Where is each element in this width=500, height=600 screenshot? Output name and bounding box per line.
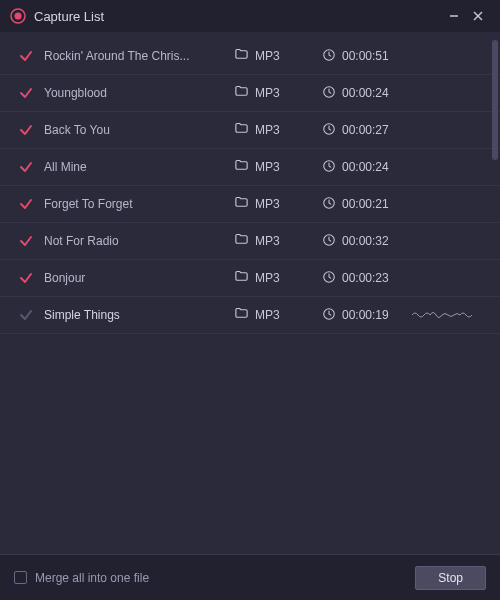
folder-icon — [234, 47, 249, 65]
folder-icon — [234, 84, 249, 102]
track-name: Not For Radio — [44, 234, 234, 248]
track-duration: 00:00:24 — [322, 159, 412, 176]
minimize-button[interactable] — [442, 4, 466, 28]
duration-label: 00:00:23 — [342, 271, 389, 285]
track-duration: 00:00:21 — [322, 196, 412, 213]
clock-icon — [322, 196, 336, 213]
folder-icon — [234, 269, 249, 287]
duration-label: 00:00:27 — [342, 123, 389, 137]
format-label: MP3 — [255, 197, 280, 211]
track-duration: 00:00:51 — [322, 48, 412, 65]
clock-icon — [322, 307, 336, 324]
app-record-icon — [10, 8, 26, 24]
track-row[interactable]: Back To You MP3 00:00:27 — [0, 112, 500, 149]
track-duration: 00:00:24 — [322, 85, 412, 102]
window-title: Capture List — [34, 9, 104, 24]
track-row[interactable]: Simple Things MP3 00:00:19 — [0, 297, 500, 334]
check-icon — [18, 159, 34, 175]
folder-icon — [234, 195, 249, 213]
track-duration: 00:00:32 — [322, 233, 412, 250]
duration-label: 00:00:51 — [342, 49, 389, 63]
check-icon — [18, 85, 34, 101]
track-name: Simple Things — [44, 308, 234, 322]
format-label: MP3 — [255, 271, 280, 285]
duration-label: 00:00:19 — [342, 308, 389, 322]
folder-icon — [234, 158, 249, 176]
clock-icon — [322, 122, 336, 139]
track-row[interactable]: Youngblood MP3 00:00:24 — [0, 75, 500, 112]
track-format: MP3 — [234, 232, 322, 250]
merge-checkbox[interactable]: Merge all into one file — [14, 571, 149, 585]
format-label: MP3 — [255, 160, 280, 174]
check-icon — [18, 270, 34, 286]
track-format: MP3 — [234, 47, 322, 65]
format-label: MP3 — [255, 123, 280, 137]
capture-list: Rockin' Around The Chris... MP3 00:00:51… — [0, 32, 500, 334]
stop-button[interactable]: Stop — [415, 566, 486, 590]
track-row[interactable]: Not For Radio MP3 00:00:32 — [0, 223, 500, 260]
format-label: MP3 — [255, 234, 280, 248]
waveform — [412, 308, 486, 322]
track-row[interactable]: Bonjour MP3 00:00:23 — [0, 260, 500, 297]
track-format: MP3 — [234, 158, 322, 176]
scrollbar-thumb[interactable] — [492, 40, 498, 160]
folder-icon — [234, 121, 249, 139]
track-format: MP3 — [234, 306, 322, 324]
track-format: MP3 — [234, 195, 322, 213]
titlebar: Capture List — [0, 0, 500, 32]
check-icon — [18, 196, 34, 212]
track-duration: 00:00:23 — [322, 270, 412, 287]
track-row[interactable]: All Mine MP3 00:00:24 — [0, 149, 500, 186]
format-label: MP3 — [255, 86, 280, 100]
close-button[interactable] — [466, 4, 490, 28]
check-icon — [18, 48, 34, 64]
track-duration: 00:00:27 — [322, 122, 412, 139]
track-duration: 00:00:19 — [322, 307, 412, 324]
track-name: Bonjour — [44, 271, 234, 285]
track-row[interactable]: Rockin' Around The Chris... MP3 00:00:51 — [0, 38, 500, 75]
track-format: MP3 — [234, 121, 322, 139]
svg-point-1 — [15, 13, 22, 20]
format-label: MP3 — [255, 308, 280, 322]
duration-label: 00:00:24 — [342, 160, 389, 174]
check-icon — [18, 233, 34, 249]
duration-label: 00:00:32 — [342, 234, 389, 248]
duration-label: 00:00:21 — [342, 197, 389, 211]
track-name: Youngblood — [44, 86, 234, 100]
check-icon — [18, 307, 34, 323]
clock-icon — [322, 233, 336, 250]
track-row[interactable]: Forget To Forget MP3 00:00:21 — [0, 186, 500, 223]
merge-label: Merge all into one file — [35, 571, 149, 585]
track-name: Rockin' Around The Chris... — [44, 49, 234, 63]
track-name: Back To You — [44, 123, 234, 137]
check-icon — [18, 122, 34, 138]
track-format: MP3 — [234, 269, 322, 287]
footer: Merge all into one file Stop — [0, 554, 500, 600]
clock-icon — [322, 159, 336, 176]
folder-icon — [234, 306, 249, 324]
clock-icon — [322, 270, 336, 287]
folder-icon — [234, 232, 249, 250]
track-format: MP3 — [234, 84, 322, 102]
format-label: MP3 — [255, 49, 280, 63]
track-name: Forget To Forget — [44, 197, 234, 211]
checkbox-box-icon — [14, 571, 27, 584]
track-name: All Mine — [44, 160, 234, 174]
duration-label: 00:00:24 — [342, 86, 389, 100]
clock-icon — [322, 85, 336, 102]
clock-icon — [322, 48, 336, 65]
